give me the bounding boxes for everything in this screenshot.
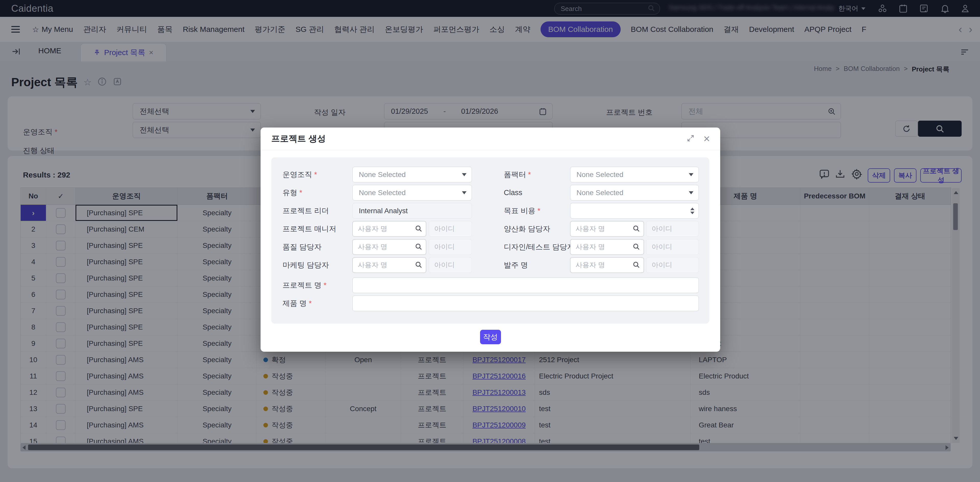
- quality-label: 품질 담당자: [283, 239, 321, 255]
- class-select[interactable]: None Selected: [570, 185, 699, 200]
- design-test-id-input: [646, 239, 699, 255]
- design-test-user-input[interactable]: [570, 243, 632, 251]
- pm-label: 프로젝트 매니저: [283, 221, 336, 237]
- order-label: 발주 명: [504, 257, 528, 273]
- search-icon[interactable]: [632, 243, 640, 252]
- mass-prod-label: 양산화 담당자: [504, 221, 550, 237]
- target-cost-label: 목표 비용: [504, 206, 535, 215]
- order-id-input: [646, 257, 699, 273]
- marketing-label: 마케팅 담당자: [283, 257, 329, 273]
- mass-prod-user-input[interactable]: [570, 225, 632, 233]
- search-icon[interactable]: [415, 225, 422, 233]
- search-icon[interactable]: [415, 261, 422, 270]
- required-marker: [535, 206, 540, 215]
- required-marker: [312, 170, 317, 179]
- modal-title: 프로젝트 생성: [271, 133, 326, 144]
- form-factor-label: 폼팩터: [504, 170, 526, 179]
- marketing-id-input: [429, 257, 472, 273]
- chevron-down-icon: [689, 191, 694, 194]
- form-factor-select[interactable]: None Selected: [570, 167, 699, 182]
- project-name-input[interactable]: [352, 277, 699, 293]
- product-name-label: 제품 명: [283, 299, 307, 307]
- required-marker: [321, 281, 326, 289]
- required-marker: [526, 170, 531, 179]
- stepper-icons[interactable]: [690, 208, 694, 214]
- type-select[interactable]: None Selected: [352, 185, 472, 200]
- target-cost-input[interactable]: [570, 203, 699, 219]
- design-test-label: 디자인/테스트 담당자: [504, 239, 574, 255]
- class-label: Class: [504, 185, 522, 200]
- chevron-down-icon: [462, 191, 466, 194]
- product-name-input[interactable]: [352, 296, 699, 311]
- project-name-label: 프로젝트 명: [283, 281, 321, 289]
- search-icon[interactable]: [415, 243, 422, 252]
- type-label: 유형: [283, 189, 298, 197]
- required-marker: [298, 189, 302, 197]
- quality-user-input[interactable]: [353, 243, 415, 251]
- modal-form: 운영조직 None Selected 폼팩터 None Selected 유형 …: [271, 157, 709, 323]
- required-marker: [307, 299, 312, 307]
- expand-icon[interactable]: [687, 134, 695, 143]
- leader-input[interactable]: [352, 203, 472, 219]
- org-label: 운영조직: [283, 170, 312, 179]
- pm-id-input: [429, 221, 472, 237]
- pm-user-input[interactable]: [353, 225, 415, 233]
- chevron-down-icon: [689, 173, 694, 176]
- quality-id-input: [429, 239, 472, 255]
- mass-prod-id-input: [646, 221, 699, 237]
- search-icon[interactable]: [632, 261, 640, 270]
- submit-button[interactable]: 작성: [480, 330, 501, 344]
- order-user-input[interactable]: [570, 261, 632, 269]
- chevron-down-icon: [462, 173, 466, 176]
- page-root: Caidentia Samsung SDS | Trade-off Analys…: [0, 0, 980, 482]
- search-icon[interactable]: [632, 225, 640, 233]
- org-select[interactable]: None Selected: [352, 167, 472, 182]
- project-create-modal: 프로젝트 생성 × 운영조직 None Selected 폼팩터 None Se…: [261, 127, 720, 352]
- leader-label: 프로젝트 리더: [283, 203, 329, 219]
- marketing-user-input[interactable]: [353, 261, 415, 269]
- close-icon[interactable]: ×: [703, 135, 710, 143]
